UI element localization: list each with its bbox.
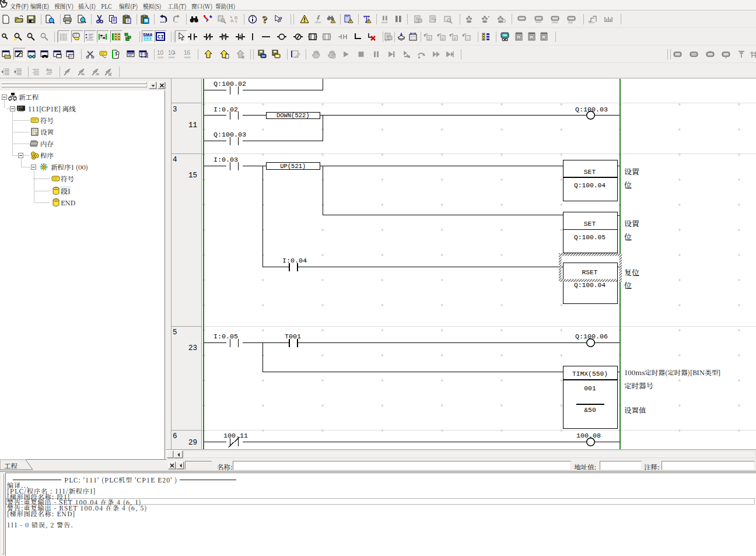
svg-text:Q:100.04: Q:100.04 xyxy=(574,182,606,189)
svg-text:I:0.03: I:0.03 xyxy=(214,156,238,164)
svg-text:0.02: 0.02 xyxy=(141,55,148,59)
svg-text:RSET: RSET xyxy=(582,269,597,276)
svg-text:Q:100.05: Q:100.05 xyxy=(574,234,606,241)
svg-text:roron: roron xyxy=(589,21,595,24)
svg-text:23: 23 xyxy=(188,344,197,352)
svg-text:设置: 设置 xyxy=(624,166,639,177)
svg-text:复位: 复位 xyxy=(624,267,639,278)
svg-text:I:0.05: I:0.05 xyxy=(214,333,238,341)
svg-text:z: z xyxy=(428,36,430,40)
svg-text:11: 11 xyxy=(188,121,197,130)
svg-text:roron: roron xyxy=(184,56,191,59)
svg-text:roron: roron xyxy=(552,21,558,24)
svg-text:roron: roron xyxy=(158,56,164,59)
svg-text:oron: oron xyxy=(414,21,420,24)
svg-text:100.11: 100.11 xyxy=(223,432,248,440)
svg-text:10: 10 xyxy=(168,50,175,56)
svg-text:DOWN(522): DOWN(522) xyxy=(276,112,310,119)
svg-text:SET: SET xyxy=(584,221,596,228)
svg-text:100.08: 100.08 xyxy=(576,432,601,440)
svg-text:B: B xyxy=(235,15,237,20)
svg-text:TIMX(550): TIMX(550) xyxy=(572,370,608,377)
svg-text:roron: roron xyxy=(315,21,321,24)
svg-text:z: z xyxy=(518,36,520,40)
svg-text:位: 位 xyxy=(624,279,632,291)
svg-text:x: x xyxy=(531,36,533,40)
svg-text:SET: SET xyxy=(584,169,596,176)
svg-text:I:0.04: I:0.04 xyxy=(282,257,307,265)
svg-text:001: 001 xyxy=(584,385,596,392)
svg-text:v: v xyxy=(454,36,456,40)
svg-text:I:0.02: I:0.02 xyxy=(214,106,238,114)
svg-text:位: 位 xyxy=(624,231,632,242)
svg-text:Q:100.06: Q:100.06 xyxy=(575,333,608,341)
svg-text:?: ? xyxy=(279,15,282,23)
svg-text:设置值: 设置值 xyxy=(624,405,646,415)
svg-text:v: v xyxy=(543,36,545,40)
svg-text:10: 10 xyxy=(157,50,164,56)
svg-text:29: 29 xyxy=(188,439,197,447)
svg-text:15: 15 xyxy=(188,172,197,180)
svg-text:5: 5 xyxy=(173,328,177,337)
svg-text:Q:100.04: Q:100.04 xyxy=(574,282,606,289)
svg-text:dup: dup xyxy=(568,21,573,24)
svg-text:A: A xyxy=(230,18,234,23)
svg-text:roron: roron xyxy=(169,56,175,59)
svg-text:16: 16 xyxy=(184,50,191,56)
svg-text:3: 3 xyxy=(173,106,177,114)
svg-text:&50: &50 xyxy=(584,407,596,414)
svg-text:?: ? xyxy=(262,15,268,24)
svg-text:定时器号: 定时器号 xyxy=(624,380,653,391)
svg-text:T001: T001 xyxy=(285,333,301,341)
svg-text:位: 位 xyxy=(624,179,632,190)
svg-text:roron: roron xyxy=(382,21,388,24)
svg-text:UP(521): UP(521) xyxy=(280,163,306,170)
svg-text:100ms定时器(定时器)[BIN类型]: 100ms定时器(定时器)[BIN类型] xyxy=(624,368,720,377)
svg-text:6: 6 xyxy=(173,432,177,440)
svg-text:Q:100.03: Q:100.03 xyxy=(575,106,608,114)
svg-text:4: 4 xyxy=(173,156,177,164)
svg-text:设置: 设置 xyxy=(624,218,639,229)
svg-text:roron: roron xyxy=(384,39,391,41)
svg-text:x: x xyxy=(442,36,444,40)
